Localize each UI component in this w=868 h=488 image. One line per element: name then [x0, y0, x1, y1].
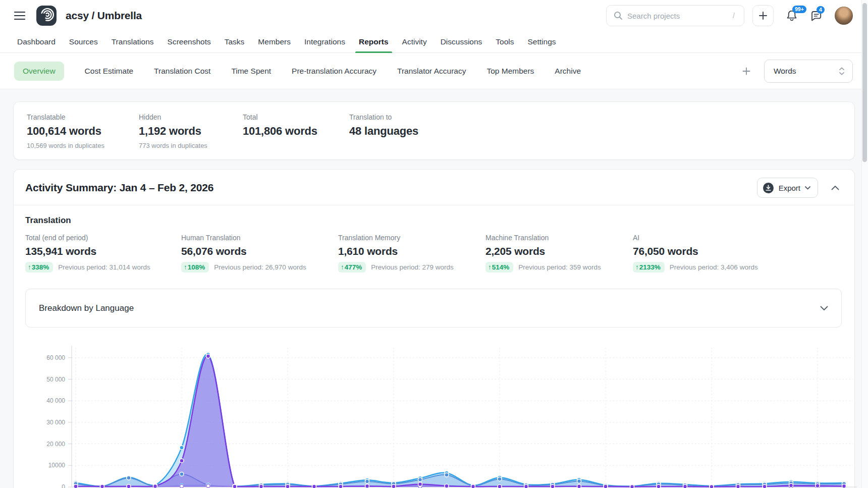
breakdown-label: Breakdown by Language [39, 303, 134, 313]
add-project-icon [758, 11, 768, 20]
increase-arrow-icon: ↑ [184, 263, 187, 271]
metric-total-end-of-period: Total (end of period)135,941 words↑338%P… [25, 234, 181, 273]
user-avatar[interactable] [835, 7, 853, 25]
export-button[interactable]: Export [757, 178, 818, 198]
report-tab-top-members[interactable]: Top Members [486, 67, 534, 76]
nav-tab-integrations[interactable]: Integrations [304, 31, 345, 52]
project-stats-card: Translatable100,614 words10,569 words in… [13, 101, 855, 160]
nav-tab-tasks[interactable]: Tasks [225, 31, 245, 52]
y-axis-label: 20 000 [46, 441, 65, 448]
nav-tab-tools[interactable]: Tools [496, 31, 514, 52]
report-tab-archive[interactable]: Archive [555, 67, 581, 76]
hamburger-menu-icon[interactable] [14, 11, 25, 20]
select-arrows-icon [838, 66, 845, 76]
change-percent: 477% [345, 263, 362, 271]
metric-value: 76,050 words [633, 245, 758, 257]
messages-badge: 4 [817, 6, 825, 14]
stat-translatable: Translatable100,614 words10,569 words in… [27, 113, 139, 149]
subnav-add-icon [742, 67, 751, 76]
change-badge: ↑477% [338, 262, 366, 273]
nav-tab-sources[interactable]: Sources [69, 31, 98, 52]
report-tab-translator-accuracy[interactable]: Translator Accuracy [397, 67, 466, 76]
nav-tab-translations[interactable]: Translations [112, 31, 154, 52]
stat-translation-to: Translation to48 languages [349, 113, 418, 149]
translation-metrics: Total (end of period)135,941 words↑338%P… [25, 234, 842, 273]
search-input[interactable] [627, 12, 731, 20]
previous-period-label: Previous period: 359 words [518, 263, 601, 271]
previous-period-label: Previous period: 279 words [371, 263, 454, 271]
nav-tab-reports[interactable]: Reports [359, 31, 389, 52]
change-badge: ↑108% [181, 262, 209, 273]
metric-value: 56,076 words [181, 245, 338, 257]
increase-arrow-icon: ↑ [635, 263, 639, 271]
top-bar: acsy / Umbrella / 99+ 4 [0, 0, 868, 31]
stat-value: 100,614 words [27, 125, 139, 138]
project-logo-icon [39, 8, 54, 23]
page-scrollbar-thumb[interactable] [862, 3, 867, 162]
metric-label: Translation Memory [338, 234, 485, 242]
breakdown-chevron-icon [820, 306, 828, 311]
report-tab-overview[interactable]: Overview [14, 62, 64, 81]
breakdown-by-language-toggle[interactable]: Breakdown by Language [25, 289, 842, 328]
nav-tab-dashboard[interactable]: Dashboard [17, 31, 56, 52]
search-icon [614, 11, 623, 20]
change-badge: ↑338% [25, 262, 53, 273]
project-logo[interactable] [36, 6, 57, 26]
search-box[interactable]: / [606, 5, 744, 26]
activity-chart[interactable]: 01000020 00030 00040 00050 00060 0004 Ja… [25, 335, 842, 488]
stat-label: Hidden [139, 113, 243, 121]
reports-subnav-controls: Words [742, 60, 853, 83]
reports-subnav-items: OverviewCost EstimateTranslation CostTim… [14, 62, 581, 81]
unit-select-value: Words [774, 67, 838, 76]
change-badge: ↑514% [485, 262, 513, 273]
stat-value: 48 languages [349, 125, 418, 138]
notifications-button[interactable]: 99+ [786, 9, 798, 22]
metric-value: 135,941 words [25, 245, 181, 257]
export-label: Export [779, 184, 800, 192]
nav-tab-screenshots[interactable]: Screenshots [168, 31, 211, 52]
change-percent: 514% [492, 263, 510, 271]
metric-change-row: ↑477%Previous period: 279 words [338, 262, 485, 273]
activity-chart-svg: 01000020 00030 00040 00050 00060 0004 Ja… [25, 335, 867, 488]
report-tab-cost-estimate[interactable]: Cost Estimate [85, 67, 133, 76]
metric-value: 1,610 words [338, 245, 485, 257]
stat-label: Total [243, 113, 349, 121]
change-percent: 338% [32, 263, 49, 271]
stat-value: 1,192 words [139, 125, 243, 138]
metric-change-row: ↑514%Previous period: 359 words [485, 262, 633, 273]
activity-summary-title: Activity Summary: Jan 4 – Feb 2, 2026 [25, 182, 213, 194]
nav-tab-settings[interactable]: Settings [528, 31, 556, 52]
report-tab-time-spent[interactable]: Time Spent [231, 67, 271, 76]
previous-period-label: Previous period: 26,970 words [214, 263, 306, 271]
metric-label: AI [633, 234, 758, 242]
y-axis-label: 30 000 [46, 419, 65, 426]
messages-button[interactable]: 4 [810, 10, 823, 22]
create-project-button[interactable] [752, 5, 774, 26]
project-breadcrumb: acsy / Umbrella [66, 10, 142, 22]
change-percent: 2133% [639, 263, 661, 271]
increase-arrow-icon: ↑ [28, 263, 31, 271]
report-tab-translation-cost[interactable]: Translation Cost [154, 67, 210, 76]
nav-tab-members[interactable]: Members [258, 31, 291, 52]
translation-section-title: Translation [25, 215, 842, 226]
y-axis-label: 0 [62, 483, 65, 488]
metric-value: 2,205 words [485, 245, 633, 257]
unit-select[interactable]: Words [764, 60, 853, 83]
metric-change-row: ↑108%Previous period: 26,970 words [181, 262, 338, 273]
report-tab-pre-translation-accuracy[interactable]: Pre-translation Accuracy [292, 67, 376, 76]
add-report-button[interactable] [742, 67, 751, 76]
stat-total: Total101,806 words [243, 113, 349, 149]
stat-label: Translation to [349, 113, 418, 121]
export-caret-icon [805, 186, 810, 190]
y-axis-label: 10000 [48, 462, 66, 469]
metric-label: Total (end of period) [25, 234, 181, 242]
chart-grid: 01000020 00030 00040 00050 00060 0004 Ja… [46, 348, 853, 488]
metric-change-row: ↑2133%Previous period: 3,406 words [633, 262, 758, 273]
reports-subnav: OverviewCost EstimateTranslation CostTim… [0, 53, 868, 89]
activity-summary-header: Activity Summary: Jan 4 – Feb 2, 2026 Ex… [14, 170, 854, 205]
collapse-section-button[interactable] [831, 185, 839, 190]
metric-label: Machine Translation [485, 234, 633, 242]
nav-tab-discussions[interactable]: Discussions [441, 31, 482, 52]
nav-tab-activity[interactable]: Activity [402, 31, 427, 52]
y-axis-label: 60 000 [46, 354, 65, 361]
